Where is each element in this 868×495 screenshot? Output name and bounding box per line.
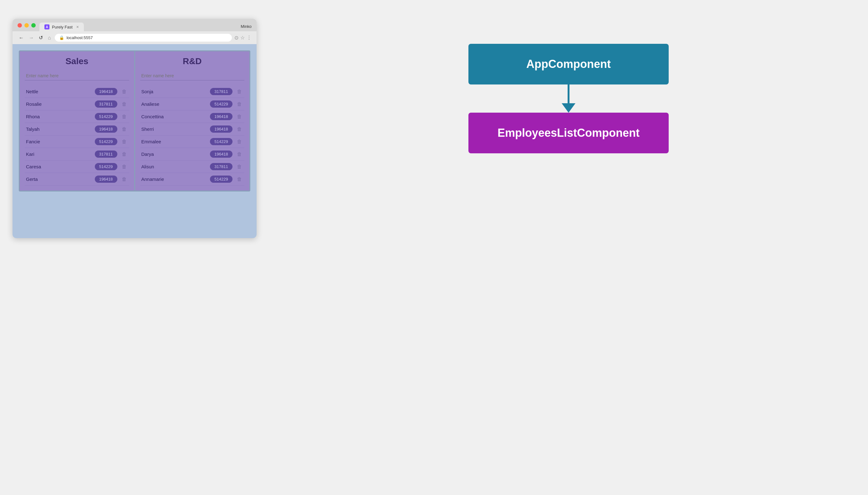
delete-button[interactable]: 🗑 — [236, 176, 243, 183]
arrow-line — [567, 84, 569, 103]
list-item: Analiese514229🗑 — [140, 98, 245, 110]
employee-name: Annamarie — [141, 176, 210, 182]
employee-list-rd: Sonja317811🗑Analiese514229🗑Concettina196… — [140, 85, 245, 186]
employee-name: Nettle — [26, 89, 95, 94]
lock-icon: 🔒 — [59, 35, 64, 40]
bookmark-icon[interactable]: ☆ — [240, 35, 245, 41]
name-input-sales[interactable] — [25, 71, 129, 81]
app-component-box: AppComponent — [469, 44, 669, 84]
department-sales: SalesNettle196418🗑Rosalie317811🗑Rhona514… — [20, 51, 135, 190]
employee-badge: 317811 — [210, 163, 233, 170]
arrow-head — [562, 103, 575, 113]
home-button[interactable]: ⌂ — [47, 34, 52, 41]
employee-name: Concettina — [141, 114, 210, 119]
delete-button[interactable]: 🗑 — [236, 113, 243, 120]
department-rd: R&DSonja317811🗑Analiese514229🗑Concettina… — [135, 51, 250, 190]
list-item: Emmalee514229🗑 — [140, 136, 245, 148]
employee-badge: 196418 — [95, 125, 117, 133]
delete-button[interactable]: 🗑 — [120, 138, 128, 145]
dept-title-sales: Sales — [25, 56, 129, 66]
list-item: Rosalie317811🗑 — [25, 98, 129, 110]
url-text: localhost:5557 — [67, 35, 93, 40]
list-item: Annamarie514229🗑 — [140, 173, 245, 186]
employee-badge: 196418 — [210, 125, 233, 133]
employee-name: Analiese — [141, 101, 210, 107]
user-label: Minko — [241, 24, 252, 31]
employee-name: Rosalie — [26, 101, 95, 107]
list-item: Sonja317811🗑 — [140, 85, 245, 98]
delete-button[interactable]: 🗑 — [236, 88, 243, 95]
employee-badge: 514229 — [95, 138, 117, 145]
browser-titlebar: A Purely Fast × Minko — [13, 19, 257, 31]
delete-button[interactable]: 🗑 — [120, 101, 128, 108]
cast-icon[interactable]: ⊙ — [234, 35, 238, 41]
employee-badge: 514229 — [95, 163, 117, 170]
employee-badge: 317811 — [210, 88, 233, 95]
employee-name: Rhona — [26, 114, 95, 119]
employee-name: Caresa — [26, 164, 95, 169]
tab-title: Purely Fast — [52, 25, 73, 30]
browser-content: SalesNettle196418🗑Rosalie317811🗑Rhona514… — [13, 44, 257, 238]
list-item: Alisun317811🗑 — [140, 160, 245, 173]
employee-name: Talyah — [26, 126, 95, 132]
name-input-rd[interactable] — [140, 71, 245, 81]
employee-name: Emmalee — [141, 139, 210, 144]
browser-navbar: ← → ↺ ⌂ 🔒 localhost:5557 ⊙ ☆ ⋮ — [13, 31, 257, 44]
delete-button[interactable]: 🗑 — [120, 151, 128, 158]
more-icon[interactable]: ⋮ — [246, 35, 252, 41]
list-item: Caresa514229🗑 — [25, 160, 129, 173]
list-item: Talyah196418🗑 — [25, 123, 129, 136]
employees-component-box: EmployeesListComponent — [469, 113, 669, 153]
employee-list-sales: Nettle196418🗑Rosalie317811🗑Rhona514229🗑T… — [25, 85, 129, 186]
employee-name: Fancie — [26, 139, 95, 144]
active-tab[interactable]: A Purely Fast × — [39, 22, 84, 31]
minimize-dot[interactable] — [24, 23, 29, 28]
employee-badge: 514229 — [210, 175, 233, 183]
employee-name: Sherri — [141, 126, 210, 132]
delete-button[interactable]: 🗑 — [236, 126, 243, 133]
employee-badge: 196418 — [95, 88, 117, 95]
employee-name: Alisun — [141, 164, 210, 169]
forward-button[interactable]: → — [28, 34, 35, 41]
list-item: Kari317811🗑 — [25, 148, 129, 160]
delete-button[interactable]: 🗑 — [236, 138, 243, 145]
employee-badge: 317811 — [95, 100, 117, 108]
employee-badge: 196418 — [95, 175, 117, 183]
employee-name: Kari — [26, 151, 95, 157]
address-bar[interactable]: 🔒 localhost:5557 — [55, 34, 232, 41]
back-button[interactable]: ← — [18, 34, 25, 41]
list-item: Nettle196418🗑 — [25, 85, 129, 98]
list-item: Gerta196418🗑 — [25, 173, 129, 186]
employee-badge: 514229 — [210, 100, 233, 108]
departments-container: SalesNettle196418🗑Rosalie317811🗑Rhona514… — [19, 50, 250, 191]
app-component-label: AppComponent — [526, 57, 611, 71]
maximize-dot[interactable] — [31, 23, 36, 28]
list-item: Darya196418🗑 — [140, 148, 245, 160]
arrow-connector — [562, 84, 575, 113]
delete-button[interactable]: 🗑 — [236, 101, 243, 108]
delete-button[interactable]: 🗑 — [120, 163, 128, 170]
diagram-section: AppComponent EmployeesListComponent — [282, 19, 855, 153]
window-controls — [18, 23, 36, 28]
employee-badge: 514229 — [95, 113, 117, 120]
delete-button[interactable]: 🗑 — [120, 113, 128, 120]
delete-button[interactable]: 🗑 — [120, 88, 128, 95]
list-item: Sherri196418🗑 — [140, 123, 245, 136]
employee-badge: 514229 — [210, 138, 233, 145]
reload-button[interactable]: ↺ — [37, 34, 44, 41]
employee-name: Sonja — [141, 89, 210, 94]
employee-name: Darya — [141, 151, 210, 157]
close-dot[interactable] — [18, 23, 22, 28]
delete-button[interactable]: 🗑 — [120, 126, 128, 133]
tab-favicon: A — [45, 24, 49, 30]
delete-button[interactable]: 🗑 — [236, 163, 243, 170]
delete-button[interactable]: 🗑 — [120, 176, 128, 183]
tab-close-button[interactable]: × — [76, 24, 79, 30]
list-item: Rhona514229🗑 — [25, 110, 129, 123]
employee-badge: 317811 — [95, 151, 117, 158]
nav-action-icons: ⊙ ☆ ⋮ — [234, 35, 252, 41]
employee-badge: 196418 — [210, 151, 233, 158]
list-item: Fancie514229🗑 — [25, 136, 129, 148]
delete-button[interactable]: 🗑 — [236, 151, 243, 158]
employee-badge: 196418 — [210, 113, 233, 120]
